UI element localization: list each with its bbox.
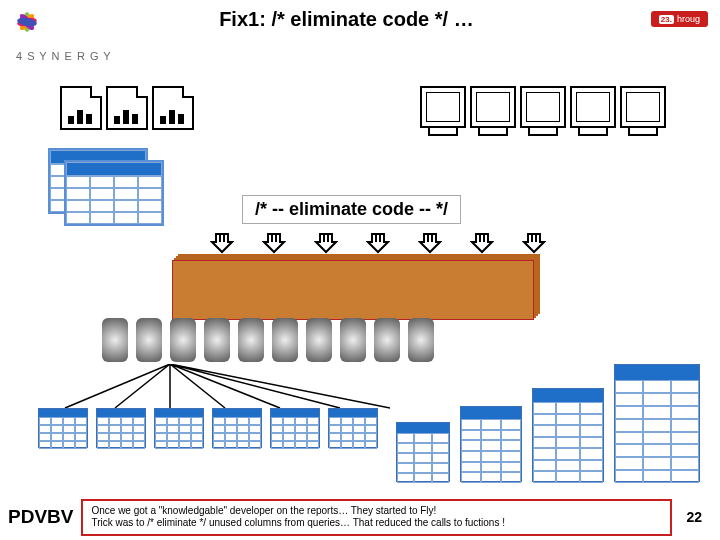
down-arrow-icon <box>470 232 494 254</box>
branch-lines-icon <box>60 364 390 410</box>
synergy-text: 4 S Y N E R G Y <box>16 50 112 62</box>
terminal-icon <box>470 86 516 128</box>
report-doc-icon <box>106 86 148 130</box>
down-arrow-icon <box>522 232 546 254</box>
notes-box: Once we got a "knowledgable" developer o… <box>81 499 672 536</box>
notes-line-2: Trick was to /* eliminate */ unused colu… <box>91 517 662 530</box>
terminal-icon <box>620 86 666 128</box>
svg-point-4 <box>16 16 37 27</box>
binoculars-icon <box>100 318 164 362</box>
terminal-icon <box>570 86 616 128</box>
mini-table-icon <box>328 408 378 448</box>
flower-logo-icon <box>12 4 42 34</box>
arrows-row <box>210 232 546 254</box>
author-label: PDVBV <box>8 506 73 528</box>
report-doc-icon <box>60 86 102 130</box>
mini-table-icon <box>270 408 320 448</box>
down-arrow-icon <box>314 232 338 254</box>
mini-table-icon <box>154 408 204 448</box>
table-icon <box>614 364 700 482</box>
down-arrow-icon <box>418 232 442 254</box>
left-logos <box>12 4 42 34</box>
table-icon <box>532 388 604 482</box>
terminals-row <box>420 86 666 128</box>
report-docs-row <box>60 86 194 130</box>
package-boxes-icon <box>172 260 534 320</box>
binoculars-icon <box>304 318 368 362</box>
footer: PDVBV Once we got a "knowledgable" devel… <box>0 494 720 540</box>
report-doc-icon <box>152 86 194 130</box>
table-icon <box>460 406 522 482</box>
mini-table-icon <box>96 408 146 448</box>
down-arrow-icon <box>262 232 286 254</box>
down-arrow-icon <box>366 232 390 254</box>
terminal-icon <box>420 86 466 128</box>
mini-table-icon <box>212 408 262 448</box>
mini-tables-row <box>38 408 378 448</box>
blue-table-stack <box>48 148 168 228</box>
notes-line-1: Once we got a "knowledgable" developer o… <box>91 505 662 518</box>
hroug-text: hroug <box>677 14 700 24</box>
terminal-icon <box>520 86 566 128</box>
table-icon <box>396 422 450 482</box>
header: Fix1: /* eliminate code */ … 23. hroug <box>0 0 720 34</box>
binoculars-row <box>100 318 436 362</box>
binoculars-icon <box>236 318 300 362</box>
hroug-badge-icon: 23. hroug <box>651 11 708 27</box>
eliminate-code-label: /* -- eliminate code -- */ <box>242 195 461 224</box>
slide-title: Fix1: /* eliminate code */ … <box>42 8 651 31</box>
growing-tables-row <box>396 364 700 482</box>
mini-table-icon <box>38 408 88 448</box>
binoculars-icon <box>372 318 436 362</box>
down-arrow-icon <box>210 232 234 254</box>
binoculars-icon <box>168 318 232 362</box>
slide: Fix1: /* eliminate code */ … 23. hroug 4… <box>0 0 720 540</box>
page-number: 22 <box>686 509 702 525</box>
